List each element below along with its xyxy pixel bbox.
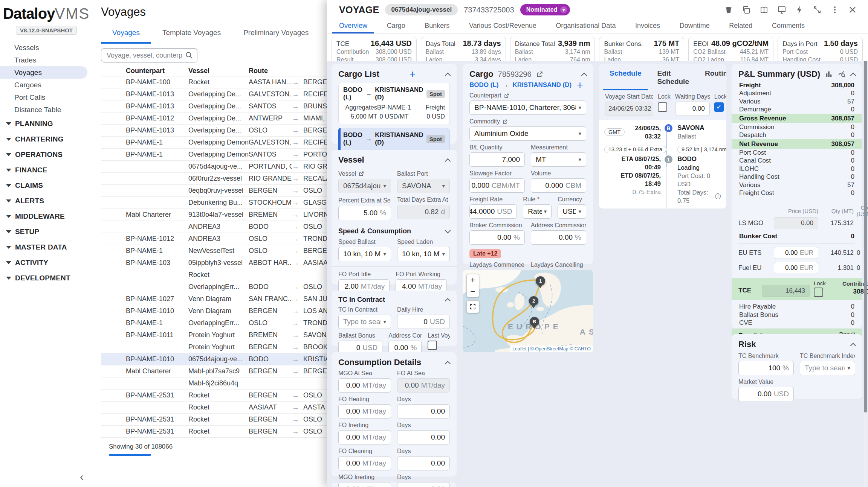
last-voyage-checkbox[interactable] xyxy=(428,341,437,350)
collapse-chevron-icon[interactable] xyxy=(445,361,451,367)
table-row[interactable]: 06f0rur2zs-vessel RIO GRANDE → RECALADA … xyxy=(101,173,327,185)
list-tab[interactable]: Template Voyages xyxy=(151,24,232,44)
tce-lock-checkbox[interactable] xyxy=(814,288,823,297)
table-row[interactable]: BP-NAME-2531 Rocket BERGEN → OSLO xyxy=(101,414,327,426)
table-row[interactable]: BP-NAME-1010 Venn Diagram BERGEN → LOS A… xyxy=(101,305,327,317)
table-row[interactable]: BP-NAME-2531 Rocket BERGEN → OSLO xyxy=(101,426,327,438)
consumption-row-input[interactable]: 0.00MT/day xyxy=(338,456,391,470)
sidebar-item[interactable]: Trades xyxy=(0,54,87,66)
copy-icon[interactable] xyxy=(741,5,751,15)
tc-contract-select[interactable]: Type to search.▾ xyxy=(338,315,391,329)
voyage-tab[interactable]: Various Cost/Revenue xyxy=(462,20,543,33)
map-marker-ballast[interactable]: B xyxy=(530,317,539,326)
speed-ballast-select[interactable]: 10 kn, 10 MT/d▾ xyxy=(338,247,391,261)
tc-benchmark-index-select[interactable]: Type to search.▾ xyxy=(800,361,855,375)
sidebar-section[interactable]: CHARTERING xyxy=(0,131,93,147)
days-input[interactable]: 0.00 xyxy=(397,456,450,470)
table-row[interactable]: BP-NAME-1013 Overlapping De... SANTOS → … xyxy=(101,100,327,113)
rule-select[interactable]: Rate▾ xyxy=(523,204,552,219)
fueleu-price-input[interactable]: 0.00EUR xyxy=(774,262,818,274)
map-fullscreen-button[interactable] xyxy=(466,300,479,313)
map-attribution[interactable]: Leaflet | © OpenStreetMap © CARTO xyxy=(510,345,593,352)
horizontal-scrollbar[interactable] xyxy=(109,454,151,456)
table-row[interactable]: Mabl-6j2ci86u4q → xyxy=(101,377,327,390)
freight-rate-input[interactable]: 44.0000USD xyxy=(469,204,517,219)
voyage-tab[interactable]: Related xyxy=(722,20,759,33)
map-marker-1[interactable]: 1 xyxy=(536,276,545,286)
table-row[interactable]: BP-NAME-2531 Rocket BERGEN → OSLO xyxy=(101,390,327,402)
currency-select[interactable]: USD▾ xyxy=(558,204,586,219)
sidebar-section[interactable]: OPERATIONS xyxy=(0,147,93,162)
map-marker-2[interactable]: 2 xyxy=(529,296,538,306)
table-row[interactable]: BP-NAME-103 05ippbiyh3-vessel ABBOT HAR.… xyxy=(101,257,327,269)
timeline-node[interactable]: 1 xyxy=(664,155,673,164)
commodity-select[interactable]: Aluminium Oxide▾ xyxy=(469,126,586,141)
sidebar-section[interactable]: MASTER DATA xyxy=(0,239,93,255)
table-row[interactable]: BP-NAME-1 Overlapping Demon SANTOS → POR… xyxy=(101,149,327,161)
sidebar-section[interactable]: SETUP xyxy=(0,224,93,239)
voyage-search-input[interactable]: Voyage, vessel, counterpart, port, carg.… xyxy=(101,48,197,62)
status-dropdown[interactable]: Nominated ▾ xyxy=(520,4,570,15)
bl-quantity-input[interactable]: 7,000 xyxy=(469,152,525,167)
sidebar-collapse-button[interactable]: ‹ xyxy=(80,470,84,483)
days-input[interactable]: 0.00 xyxy=(397,404,450,419)
list-tab[interactable]: Voyages xyxy=(101,24,151,44)
cargo-from-link[interactable]: BODO (L) xyxy=(469,81,498,89)
open-in-new-icon[interactable] xyxy=(504,93,509,99)
voyage-tab[interactable]: Bunkers xyxy=(418,20,456,33)
collapse-chevron-icon[interactable] xyxy=(445,158,451,164)
voyage-tab[interactable]: Comments xyxy=(765,20,811,33)
consumption-row-input[interactable]: 0.00MT/day xyxy=(338,430,391,444)
table-row[interactable]: Rocket → xyxy=(101,269,327,281)
start-date-lock-checkbox[interactable] xyxy=(658,102,667,112)
more-menu-icon[interactable] xyxy=(830,5,840,15)
bar-chart-icon[interactable] xyxy=(825,70,833,78)
broker-commission-input[interactable]: 0.00% xyxy=(469,230,525,245)
euets-price-input[interactable]: 0.00EUR xyxy=(774,247,818,259)
expand-chevron-icon[interactable] xyxy=(445,228,451,234)
chart-search-icon[interactable] xyxy=(837,70,846,78)
sidebar-item[interactable]: Distance Table xyxy=(0,103,87,116)
voyage-tab[interactable]: Downtime xyxy=(673,20,717,33)
voyage-tab[interactable]: Organisational Data xyxy=(549,20,622,33)
map-zoom-in-button[interactable]: + xyxy=(467,274,479,286)
close-icon[interactable] xyxy=(848,5,857,15)
table-row[interactable]: Mabl Charterer 913t0o4la7-vessel BREMEN … xyxy=(101,209,327,221)
market-value-input[interactable]: 0.00USD xyxy=(738,387,794,401)
collapse-chevron-icon[interactable] xyxy=(445,72,451,78)
sidebar-item[interactable]: Voyages xyxy=(0,66,87,79)
table-row[interactable]: BP-NAME-1027 Venn Diagram SAN FRANC... →… xyxy=(101,293,327,305)
open-in-new-icon[interactable] xyxy=(502,119,508,125)
sidebar-section[interactable]: ALERTS xyxy=(0,193,93,208)
volume-input[interactable]: 0.000CBM xyxy=(531,178,586,193)
voyage-tab[interactable]: Overview xyxy=(332,20,374,33)
table-row[interactable]: BP-NAME-1 NewVesselTest OSLO → BERGEN xyxy=(101,245,327,257)
collapse-chevron-icon[interactable] xyxy=(850,342,856,349)
table-row[interactable]: BP-NAME-1013 Overlapping De... GALVESTON… xyxy=(101,88,327,100)
consumption-row-input[interactable]: 0.00MT/day xyxy=(338,404,391,419)
table-row[interactable]: 0675d4ajoug-ve... PORTLAND, OR → RIO GRA… xyxy=(101,161,327,173)
tc-benchmark-input[interactable]: 100% xyxy=(738,361,794,375)
counterpart-select[interactable]: BP-NAME-1010, Charterer, 30689, Oxelosun… xyxy=(469,100,586,115)
sidebar-section[interactable]: MIDDLEWARE xyxy=(0,208,93,224)
flash-icon[interactable] xyxy=(795,5,804,15)
percent-extra-input[interactable]: 5.00% xyxy=(338,206,391,220)
table-row[interactable]: BP-NAME-1012 Overlapping De... ANTWERP →… xyxy=(101,113,327,125)
display-icon[interactable] xyxy=(777,5,787,15)
daily-hire-input[interactable]: 0USD xyxy=(397,315,450,329)
cargo-card[interactable]: BODO (L) → KRISTIANSAND (D) Spot Aggrega… xyxy=(338,83,450,124)
days-input[interactable]: 0.00 xyxy=(397,430,450,444)
sidebar-item[interactable]: Port Calls xyxy=(0,91,87,103)
fullscreen-icon[interactable] xyxy=(812,5,822,15)
open-in-new-icon[interactable] xyxy=(536,71,543,78)
add-cargo-button[interactable]: + xyxy=(410,70,416,78)
consumption-row-input[interactable]: 0.00MT/day xyxy=(338,482,391,487)
search-icon[interactable] xyxy=(185,51,193,59)
log-book-icon[interactable] xyxy=(759,5,769,15)
table-row[interactable]: Debunkering Bu... STOCKHOLM → GLASGOW xyxy=(101,197,327,209)
add-port-button[interactable]: + xyxy=(577,81,583,89)
sidebar-section[interactable]: FINANCE xyxy=(0,162,93,178)
days-input[interactable]: 0.00 xyxy=(397,482,450,487)
list-tab[interactable]: Preliminary Voyages xyxy=(232,24,320,44)
mgo-at-sea-input[interactable]: 0.00MT/day xyxy=(338,378,391,393)
